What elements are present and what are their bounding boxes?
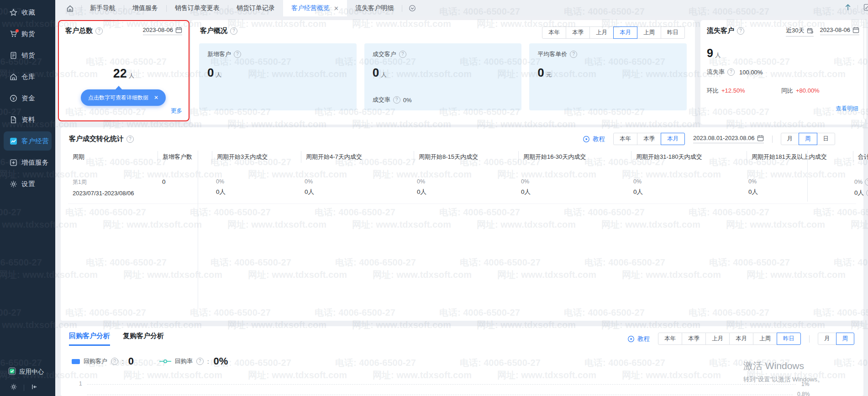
churn-date-picker[interactable]: 2023-08-06 xyxy=(820,26,860,35)
gridline xyxy=(87,384,796,385)
customer-total-value[interactable]: 22人 xyxy=(59,67,189,81)
help-icon[interactable]: ? xyxy=(126,135,134,143)
filter-this-year[interactable]: 本年 xyxy=(613,133,637,145)
filter-this-month[interactable]: 本月 xyxy=(729,333,753,345)
notification-dot xyxy=(16,29,19,32)
value-added-icon xyxy=(9,159,17,167)
granularity-month[interactable]: 月 xyxy=(781,133,800,145)
filter-last-week[interactable]: 上周 xyxy=(753,333,777,345)
repurchase-analysis-card: 回购客户分析 复购客户分析 教程 本年 本季 上月 本月 上周 昨日 月 周 回… xyxy=(61,326,863,396)
tab-buyback-analysis[interactable]: 回购客户分析 xyxy=(69,332,110,346)
help-icon[interactable]: ? xyxy=(95,27,103,35)
calendar-range-icon xyxy=(807,27,814,34)
cell-count: 0人 xyxy=(633,188,744,196)
new-customers-value[interactable]: 0人 xyxy=(207,66,348,80)
sidebar-item-data[interactable]: 资料 xyxy=(0,109,55,130)
collapse-sidebar-icon[interactable] xyxy=(31,383,38,392)
conversion-granularity: 月 周 日 xyxy=(781,133,836,145)
theme-toggle-icon[interactable] xyxy=(10,383,17,392)
filter-last-month[interactable]: 上月 xyxy=(705,333,730,345)
help-icon[interactable]: ? xyxy=(866,189,868,197)
filter-yesterday[interactable]: 昨日 xyxy=(777,333,801,345)
help-icon[interactable]: ? xyxy=(196,358,204,365)
filter-this-month[interactable]: 本月 xyxy=(613,26,637,39)
scrollbar-thumb[interactable] xyxy=(863,19,867,120)
tab-value-added[interactable]: 增值服务 xyxy=(124,0,166,16)
home-icon[interactable] xyxy=(55,5,81,12)
help-icon[interactable]: ? xyxy=(570,51,577,58)
y-axis-tick-right-2: 0.8% xyxy=(797,391,810,396)
tab-rebuy-analysis[interactable]: 复购客户分析 xyxy=(123,332,164,346)
help-icon[interactable]: ? xyxy=(727,68,735,76)
cell-pct: 0% xyxy=(216,178,300,185)
play-icon xyxy=(583,135,590,143)
help-icon[interactable]: ? xyxy=(234,51,241,58)
filter-last-week[interactable]: 上周 xyxy=(637,26,661,39)
churn-range-picker[interactable]: 近30天 xyxy=(786,26,813,36)
filter-this-quarter[interactable]: 本季 xyxy=(566,26,590,39)
tooltip-bubble: 点击数字可查看详细数据 ✕ xyxy=(81,89,166,106)
cell-pct: 0% xyxy=(305,178,412,185)
filter-this-year[interactable]: 本年 xyxy=(658,333,682,345)
tab-churn-detail[interactable]: 流失客户明细 xyxy=(347,0,402,16)
filter-this-year[interactable]: 本年 xyxy=(542,26,566,39)
view-detail-link[interactable]: 查看明细 xyxy=(836,105,858,113)
tooltip-close-icon[interactable]: ✕ xyxy=(154,94,158,101)
legend-rate: 回购率?: 0% xyxy=(159,355,228,367)
sidebar-item-purchase[interactable]: 购货 xyxy=(0,23,55,45)
help-icon[interactable]: ? xyxy=(230,27,237,35)
conversion-stats-card: 客户成交转化统计 ? 教程 本年 本季 本月 2023.08.01-2023.0… xyxy=(61,127,863,321)
conversion-date-range-picker[interactable]: 2023.08.01-2023.08.06 xyxy=(693,135,763,143)
filter-this-quarter[interactable]: 本季 xyxy=(637,133,661,145)
help-icon[interactable]: ? xyxy=(865,178,868,186)
sidebar-item-customer-mgmt[interactable]: 客户经营 xyxy=(4,131,52,151)
overview-period-filter: 本年 本季 上月 本月 上周 昨日 xyxy=(542,26,685,39)
sidebar-item-vas[interactable]: 增值服务 xyxy=(0,152,55,173)
col-period: 周期 xyxy=(68,151,158,163)
calendar-icon xyxy=(175,26,182,33)
col-16-30days: 周期开始16-30天内成交 xyxy=(518,151,631,163)
sidebar-item-sales[interactable]: 销货 xyxy=(0,45,55,66)
tab-sales-order-record[interactable]: 销货订单记录 xyxy=(228,0,283,16)
more-link[interactable]: 更多 xyxy=(171,107,182,115)
deal-customers-value[interactable]: 0人 xyxy=(373,66,514,80)
y-axis-tick-right-1: 1% xyxy=(801,381,809,387)
churn-value[interactable]: 9人 xyxy=(707,47,721,60)
help-icon[interactable]: ? xyxy=(399,51,406,58)
granularity-day[interactable]: 日 xyxy=(817,133,836,145)
granularity-week[interactable]: 周 xyxy=(799,133,817,145)
conversion-period-filter: 本年 本季 本月 xyxy=(613,133,685,145)
tutorial-link[interactable]: 教程 xyxy=(627,335,650,343)
tutorial-link[interactable]: 教程 xyxy=(583,135,605,143)
app-center-button[interactable]: 应用中心 xyxy=(0,364,55,380)
expand-icon[interactable] xyxy=(863,4,868,13)
granularity-month[interactable]: 月 xyxy=(818,333,836,345)
play-icon xyxy=(627,335,635,343)
sidebar-item-funds[interactable]: ¥ 资金 xyxy=(0,88,55,109)
teal-line-marker-icon xyxy=(159,359,171,364)
scroll-top-icon[interactable] xyxy=(844,3,852,13)
filter-yesterday[interactable]: 昨日 xyxy=(661,26,685,39)
customer-total-title: 客户总数 ? xyxy=(65,26,103,35)
sidebar-item-favorites[interactable]: 收藏 xyxy=(0,2,55,23)
close-tab-icon[interactable]: ✕ xyxy=(334,5,339,12)
calendar-icon xyxy=(757,135,764,141)
filter-this-month[interactable]: 本月 xyxy=(661,133,685,145)
tab-sales-order-change[interactable]: 销售订单变更表 xyxy=(167,0,228,16)
customer-total-date-picker[interactable]: 2023-08-06 xyxy=(143,26,183,35)
avg-order-value[interactable]: 0元 xyxy=(537,66,679,80)
tab-newbie-nav[interactable]: 新手导航 xyxy=(82,0,124,16)
sidebar-item-settings[interactable]: 设置 xyxy=(0,173,55,195)
help-icon[interactable]: ? xyxy=(737,27,744,35)
filter-this-quarter[interactable]: 本季 xyxy=(682,333,706,345)
filter-last-month[interactable]: 上月 xyxy=(589,26,614,39)
col-8-15days: 周期开始8-15天内成交 xyxy=(414,151,518,163)
granularity-week[interactable]: 周 xyxy=(836,333,855,345)
table-row: 第1周 2023/07/31-2023/08/06 0 0% 0人 0% 0人 … xyxy=(68,178,856,204)
help-icon[interactable]: ? xyxy=(393,96,400,104)
tab-customer-overview[interactable]: 客户经营概览 ✕ xyxy=(283,0,347,16)
customer-total-card: 客户总数 ? 2023-08-06 22人 点击数字可查看详细数据 ✕ 更多 xyxy=(58,20,189,121)
tabs-dropdown-icon[interactable] xyxy=(402,5,422,12)
sidebar-item-warehouse[interactable]: 仓库 xyxy=(0,66,55,88)
help-icon[interactable]: ? xyxy=(111,358,118,365)
